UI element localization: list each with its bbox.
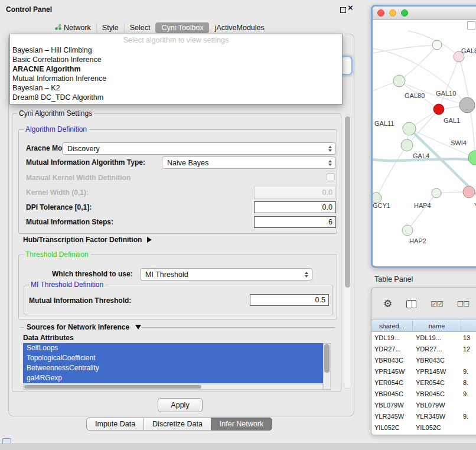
network-edge[interactable] [399,45,437,81]
attribute-list-item[interactable]: TopologicalCoefficient [23,353,323,363]
network-node-label: GAL10 [436,90,456,97]
network-edge[interactable] [439,57,459,109]
network-node[interactable] [403,122,416,135]
float-window-icon[interactable] [340,7,346,13]
kernel-width-field[interactable]: 0.0 [254,187,336,198]
network-node[interactable] [468,151,476,165]
network-node[interactable] [463,186,475,198]
tab-impute-data[interactable]: Impute Data [86,418,144,431]
table-row[interactable]: YBR045CYBR045C9. [371,388,476,399]
network-node[interactable] [401,139,413,151]
dropdown-item[interactable]: ARACNE Algorithm [10,64,342,74]
scrollbar-thumb[interactable] [24,385,201,389]
manual-kernel-checkbox[interactable] [327,173,335,181]
attribute-list-item[interactable]: SelfLoops [23,343,323,353]
network-edge[interactable] [376,145,407,198]
settings-group-title: Cyni Algorithm Settings [17,109,94,118]
scrollbar-thumb[interactable] [324,344,330,373]
network-node-label: GAL4 [413,152,429,159]
network-edge[interactable] [373,45,437,53]
dropdown-item[interactable]: Bayesian – K2 [10,83,342,93]
table-cell: YLR345W [413,413,461,420]
dropdown-item[interactable]: Basic Correlation Inference [10,55,342,64]
tab-select[interactable]: Select [124,22,156,33]
border-line [141,327,335,328]
aracne-mode-combo[interactable]: Discovery [62,142,336,155]
table-row[interactable]: YBL079WYBL079W [371,399,476,410]
table-column-header[interactable]: shared... [371,320,413,331]
network-edge[interactable] [407,193,436,230]
columns-icon[interactable] [406,300,416,308]
dropdown-item[interactable]: Mutual Information Inference [10,74,342,83]
close-icon[interactable]: × [348,2,353,12]
tab-infer-network[interactable]: Infer Network [211,418,272,431]
table-column-header[interactable]: name [413,320,461,331]
cyni-algorithm-settings-group: Cyni Algorithm Settings Algorithm Defini… [12,113,341,392]
scrollbar-thumb[interactable] [345,116,350,288]
attributes-horizontal-scrollbar[interactable] [23,384,323,390]
sources-toggle[interactable]: Sources for Network Inference [21,323,335,331]
table-row[interactable]: YLR345WYLR345W9. [371,410,476,422]
table-row[interactable]: YPR145WYPR145W9. [371,366,476,377]
table-cell: YBR043C [371,357,413,364]
table-cell: YBR043C [413,357,461,364]
dropdown-item[interactable]: Bayesian – Hill Climbing [10,45,342,55]
hub-definition-label: Hub/Transcription Factor Definition [23,236,142,244]
network-node-label: HAP4 [414,202,431,209]
mi-threshold-field[interactable]: 0.5 [250,294,329,306]
tab-style[interactable]: Style [96,22,124,33]
mi-threshold-label: Mutual Information Threshold: [29,296,131,305]
table-cell: YER054C [371,379,413,386]
tab-label: jActiveModules [215,24,265,32]
settings-vertical-scrollbar[interactable] [344,115,351,389]
table-cell: YIL052C [413,424,461,431]
dropdown-placeholder: Select algorithm to view settings [10,35,342,45]
dpi-tolerance-label: DPI Tolerance [0,1]: [26,203,92,211]
dropdown-item[interactable]: Dream8 DC_TDC Algorithm [10,93,342,102]
network-node[interactable] [393,75,405,87]
table-row[interactable]: YER054CYER054C8. [371,377,476,388]
hub-definition-toggle[interactable]: Hub/Transcription Factor Definition [23,236,152,244]
table-column-header[interactable] [461,320,476,331]
table-cell: YER054C [413,379,461,386]
select-all-icon[interactable]: ☑☑ [431,299,442,308]
unselect-all-icon[interactable]: ☐☐ [457,299,469,308]
network-node[interactable] [432,188,441,198]
network-canvas[interactable]: GAL8GAL80GAL10GAL1GAL11SWI4GAL4GCY1HAP4H… [373,20,476,267]
mi-steps-field[interactable]: 6 [254,216,336,228]
dpi-tolerance-field[interactable]: 0.0 [254,201,336,213]
table-row[interactable]: YDL19...YDL19...13 [371,332,476,343]
attribute-list-item[interactable]: gal4RGexp [23,373,323,383]
gear-icon[interactable]: ⚙ [383,299,392,309]
tab-jactivemodules[interactable]: jActiveModules [209,22,270,33]
zoom-traffic-light[interactable] [401,9,408,17]
table-cell: YBL079W [413,402,461,409]
table-row[interactable]: YBR043CYBR043C [371,354,476,366]
network-window-titlebar[interactable] [373,6,476,20]
which-threshold-combo[interactable]: MI Threshold [140,268,312,281]
network-node[interactable] [433,104,444,115]
sources-label: Sources for Network Inference [27,323,129,331]
attributes-vertical-scrollbar[interactable] [323,343,331,390]
network-view-window: GAL8GAL80GAL10GAL1GAL11SWI4GAL4GCY1HAP4H… [371,5,476,268]
minimize-traffic-light[interactable] [389,9,396,17]
tab-cyni-toolbox[interactable]: Cyni Toolbox [155,22,208,33]
data-attributes-list: SelfLoopsTopologicalCoefficientBetweenne… [23,343,323,383]
network-node[interactable] [459,97,475,113]
apply-button[interactable]: Apply [158,398,203,412]
tab-network[interactable]: Network [50,22,96,33]
close-traffic-light[interactable] [377,9,384,17]
table-cell: YDR27... [371,345,413,353]
table-cell: 13 [461,334,476,341]
table-cell: YLR345W [371,413,413,420]
network-node[interactable] [402,225,413,236]
attribute-list-item[interactable]: BetweennessCentrality [23,363,323,373]
table-row[interactable]: YDR27...YDR27...12 [371,343,476,354]
network-edge[interactable] [373,159,476,163]
mi-threshold-group-title: MI Threshold Definition [29,281,105,289]
network-node[interactable] [432,40,442,50]
mi-type-combo[interactable]: Naive Bayes [162,156,336,169]
table-row[interactable]: YIL052CYIL052C [371,422,476,433]
tab-discretize-data[interactable]: Discretize Data [144,418,211,431]
aracne-mode-value: Discovery [67,145,100,153]
